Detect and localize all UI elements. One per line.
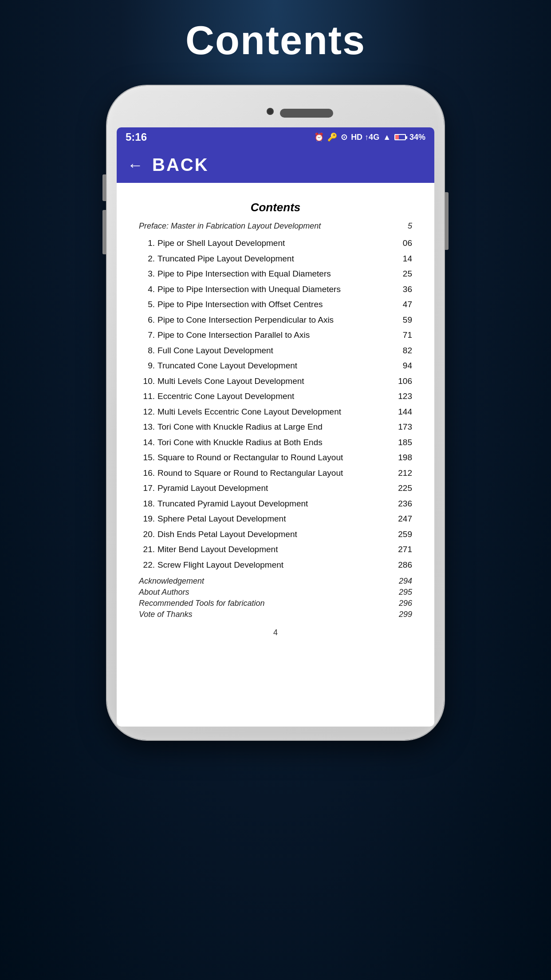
toc-num: 18. [139, 498, 155, 510]
back-matter: Acknowledgement 294 About Authors 295 Re… [139, 577, 412, 619]
toc-text: Tori Cone with Knuckle Radius at Large E… [157, 421, 392, 434]
preface-line: Preface: Master in Fabrication Layout De… [139, 221, 412, 231]
preface-text: Preface: Master in Fabrication Layout De… [139, 221, 321, 231]
toc-page: 236 [392, 498, 412, 510]
toc-item[interactable]: 5. Pipe to Pipe Intersection with Offset… [139, 298, 412, 311]
side-button-top [102, 174, 106, 201]
content-area: Contents Preface: Master in Fabrication … [117, 183, 434, 664]
toc-num: 10. [139, 375, 155, 388]
signal-icon: ▲ [383, 133, 391, 142]
back-arrow-icon[interactable]: ← [127, 156, 143, 174]
toc-num: 12. [139, 406, 155, 419]
toc-item[interactable]: 11. Eccentric Cone Layout Development 12… [139, 390, 412, 403]
toc-text: Square to Round or Rectangular to Round … [157, 451, 392, 464]
toc-text: Miter Bend Layout Development [157, 543, 392, 556]
toc-item[interactable]: 1. Pipe or Shell Layout Development 06 [139, 237, 412, 250]
toc-item[interactable]: 3. Pipe to Pipe Intersection with Equal … [139, 268, 412, 281]
toc-page: 271 [392, 543, 412, 556]
back-matter-page: 295 [399, 588, 412, 597]
toc-num: 2. [139, 253, 155, 265]
toc-text: Full Cone Layout Development [157, 344, 392, 357]
toc-item[interactable]: 14. Tori Cone with Knuckle Radius at Bot… [139, 436, 412, 449]
toc-page: 82 [392, 344, 412, 357]
toc-text: Eccentric Cone Layout Development [157, 390, 392, 403]
phone-notch [117, 99, 434, 126]
nav-bar[interactable]: ← BACK [117, 147, 434, 183]
toc-text: Pyramid Layout Development [157, 482, 392, 495]
toc-item[interactable]: 4. Pipe to Pipe Intersection with Unequa… [139, 283, 412, 296]
preface-page: 5 [408, 221, 412, 231]
toc-text: Dish Ends Petal Layout Development [157, 528, 392, 541]
battery-icon [394, 134, 406, 140]
toc-item[interactable]: 15. Square to Round or Rectangular to Ro… [139, 451, 412, 464]
toc-page: 123 [392, 390, 412, 403]
phone-speaker [280, 109, 333, 118]
side-button-volume [102, 210, 106, 254]
toc-page: 225 [392, 482, 412, 495]
toc-item[interactable]: 22. Screw Flight Layout Development 286 [139, 559, 412, 572]
toc-num: 6. [139, 314, 155, 327]
toc-num: 16. [139, 467, 155, 480]
content-heading: Contents [139, 201, 412, 214]
toc-item[interactable]: 13. Tori Cone with Knuckle Radius at Lar… [139, 421, 412, 434]
toc-num: 8. [139, 344, 155, 357]
toc-item[interactable]: 6. Pipe to Cone Intersection Perpendicul… [139, 314, 412, 327]
battery-indicator [394, 134, 406, 140]
toc-num: 21. [139, 543, 155, 556]
toc-text: Multi Levels Eccentric Cone Layout Devel… [157, 406, 392, 419]
toc-num: 3. [139, 268, 155, 281]
toc-page: 59 [392, 314, 412, 327]
toc-item[interactable]: 9. Truncated Cone Layout Development 94 [139, 360, 412, 372]
toc-page: 106 [392, 375, 412, 388]
toc-page: 36 [392, 283, 412, 296]
phone-frame: 5:16 ⏰ 🔑 ⊙ HD ↑4G ▲ 34% ← [107, 86, 444, 740]
back-matter-item: Acknowledgement 294 [139, 577, 412, 586]
toc-item[interactable]: 16. Round to Square or Round to Rectangu… [139, 467, 412, 480]
alarm-icon: ⏰ [314, 132, 324, 142]
back-matter-page: 299 [399, 610, 412, 619]
toc-text: Truncated Pipe Layout Development [157, 253, 392, 265]
toc-page: 247 [392, 513, 412, 526]
toc-item[interactable]: 12. Multi Levels Eccentric Cone Layout D… [139, 406, 412, 419]
toc-page: 259 [392, 528, 412, 541]
toc-item[interactable]: 2. Truncated Pipe Layout Development 14 [139, 253, 412, 265]
toc-text: Multi Levels Cone Layout Development [157, 375, 392, 388]
toc-item[interactable]: 8. Full Cone Layout Development 82 [139, 344, 412, 357]
toc-num: 15. [139, 451, 155, 464]
back-matter-item: About Authors 295 [139, 588, 412, 597]
toc-text: Pipe to Pipe Intersection with Equal Dia… [157, 268, 392, 281]
toc-item[interactable]: 18. Truncated Pyramid Layout Development… [139, 498, 412, 510]
battery-fill [395, 135, 399, 139]
toc-page: 144 [392, 406, 412, 419]
toc-item[interactable]: 7. Pipe to Cone Intersection Parallel to… [139, 329, 412, 342]
key-icon: 🔑 [327, 132, 337, 142]
toc-item[interactable]: 17. Pyramid Layout Development 225 [139, 482, 412, 495]
toc-num: 17. [139, 482, 155, 495]
toc-item[interactable]: 20. Dish Ends Petal Layout Development 2… [139, 528, 412, 541]
toc-page: 25 [392, 268, 412, 281]
status-time: 5:16 [126, 131, 147, 143]
toc-num: 13. [139, 421, 155, 434]
toc-text: Round to Square or Round to Rectangular … [157, 467, 392, 480]
toc-item[interactable]: 21. Miter Bend Layout Development 271 [139, 543, 412, 556]
toc-text: Pipe to Pipe Intersection with Offset Ce… [157, 298, 392, 311]
page-number: 4 [139, 628, 412, 646]
toc-num: 20. [139, 528, 155, 541]
nav-title: BACK [152, 155, 209, 175]
toc-num: 5. [139, 298, 155, 311]
page-title: Contents [0, 18, 551, 63]
network-label: HD ↑4G [351, 133, 379, 142]
toc-page: 06 [392, 237, 412, 250]
toc-num: 11. [139, 390, 155, 403]
toc-text: Screw Flight Layout Development [157, 559, 392, 572]
toc-item[interactable]: 10. Multi Levels Cone Layout Development… [139, 375, 412, 388]
toc-page: 198 [392, 451, 412, 464]
back-matter-page: 294 [399, 577, 412, 586]
back-matter-text: Acknowledgement [139, 577, 204, 586]
back-matter-item: Vote of Thanks 299 [139, 610, 412, 619]
toc-item[interactable]: 19. Sphere Petal Layout Development 247 [139, 513, 412, 526]
battery-percent: 34% [409, 133, 425, 142]
back-matter-item: Recommended Tools for fabrication 296 [139, 599, 412, 608]
toc-text: Truncated Cone Layout Development [157, 360, 392, 372]
toc-page: 286 [392, 559, 412, 572]
